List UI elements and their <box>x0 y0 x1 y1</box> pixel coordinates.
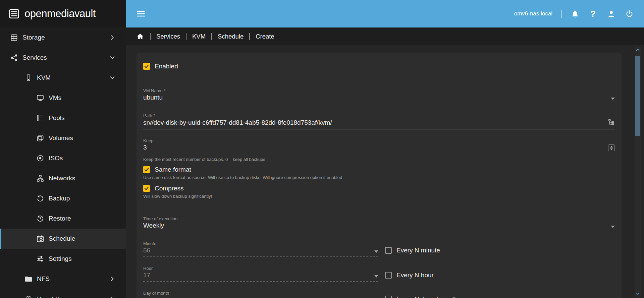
same-format-hint: Use same disk format as source. Will use… <box>143 175 615 180</box>
path-field: Path * srv/dev-disk-by-uuid-c6ffd757-dd8… <box>143 113 615 129</box>
main-content: Enabled VM Name * ubuntu Path * srv/dev-… <box>126 45 644 298</box>
every-n-minute-checkbox[interactable] <box>385 247 392 254</box>
chevron-right-icon <box>109 34 116 41</box>
chevron-right-icon <box>109 295 116 298</box>
hour-select[interactable]: 17 <box>143 272 378 282</box>
tune-icon <box>36 255 44 263</box>
monitor-icon <box>36 94 44 102</box>
path-input[interactable]: srv/dev-disk-by-uuid-c6ffd757-dd81-4ab5-… <box>143 119 615 129</box>
dropdown-caret-icon[interactable] <box>374 250 378 253</box>
hour-row: Hour 17 Every N hour <box>143 266 615 282</box>
help-icon[interactable]: ? <box>588 9 598 18</box>
home-icon[interactable] <box>136 33 144 41</box>
enabled-checkbox[interactable] <box>143 63 150 70</box>
account-circle-icon <box>24 295 33 298</box>
power-icon[interactable] <box>625 9 634 18</box>
same-format-checkbox[interactable] <box>143 166 150 173</box>
minute-label: Minute <box>143 241 378 246</box>
sidebar-item-label: Backup <box>49 195 70 202</box>
sidebar-item-label: Settings <box>49 255 72 262</box>
bell-icon[interactable] <box>570 9 580 18</box>
hour-label: Hour <box>143 266 378 271</box>
sidebar-item-settings[interactable]: Settings <box>0 249 126 269</box>
path-value[interactable]: srv/dev-disk-by-uuid-c6ffd757-dd81-4ab5-… <box>143 119 332 126</box>
sidebar-item-label: Pools <box>49 114 65 122</box>
time-of-execution-field: Time of execution Weekly <box>143 216 615 232</box>
sidebar-item-label: Volumes <box>49 134 73 142</box>
day-of-month-select[interactable]: * <box>143 296 378 298</box>
keep-label: Keep <box>143 138 615 143</box>
keep-input[interactable]: 3 <box>143 144 615 154</box>
app-logo[interactable]: openmediavault <box>0 0 126 27</box>
sidebar-item-services[interactable]: Services <box>0 48 126 68</box>
compress-checkbox[interactable] <box>143 185 150 192</box>
sidebar-nav: Storage Services KVM VMs Pools Volumes <box>0 27 126 298</box>
sidebar-item-pools[interactable]: Pools <box>0 108 126 128</box>
folder-icon <box>24 275 33 283</box>
day-of-month-label: Day of month <box>143 291 378 296</box>
sidebar-item-label: Services <box>22 54 47 61</box>
list-icon <box>36 114 44 122</box>
same-format-label: Same format <box>155 166 191 173</box>
app-title: openmediavault <box>24 8 96 20</box>
breadcrumb-item-services[interactable]: Services <box>156 33 180 40</box>
dropdown-caret-icon[interactable] <box>374 275 378 278</box>
every-n-hour-label: Every N hour <box>396 272 434 279</box>
same-format-row: Same format <box>143 166 615 173</box>
sidebar-item-label: Storage <box>22 34 45 41</box>
sidebar-item-volumes[interactable]: Volumes <box>0 128 126 148</box>
number-spinner-icon[interactable] <box>608 144 615 151</box>
sidebar-item-isos[interactable]: ISOs <box>0 148 126 168</box>
sidebar-item-networks[interactable]: Networks <box>0 168 126 188</box>
sidebar-item-restore[interactable]: Restore <box>0 208 126 229</box>
breadcrumb-item-kvm[interactable]: KVM <box>192 33 206 40</box>
scrollbar-thumb[interactable] <box>635 56 640 136</box>
sidebar-item-storage[interactable]: Storage <box>0 27 126 48</box>
enabled-label: Enabled <box>155 63 178 70</box>
sidebar-item-schedule[interactable]: Schedule <box>0 229 126 249</box>
time-of-execution-select[interactable]: Weekly <box>143 222 615 232</box>
sidebar-item-nfs[interactable]: NFS <box>0 269 126 289</box>
sidebar-item-vms[interactable]: VMs <box>0 88 126 108</box>
vm-name-select[interactable]: ubuntu <box>143 94 615 104</box>
sidebar-item-label: VMs <box>49 94 61 102</box>
restore-arrow-icon <box>36 215 44 223</box>
vm-name-value[interactable]: ubuntu <box>143 94 163 101</box>
sidebar-item-reset-permissions[interactable]: Reset Permissions <box>0 289 126 298</box>
every-n-minute-row: Every N minute <box>385 247 440 254</box>
every-n-hour-row: Every N hour <box>385 272 434 279</box>
day-of-month-field: Day of month * <box>143 291 378 298</box>
user-icon[interactable] <box>606 9 616 18</box>
form-card: Enabled VM Name * ubuntu Path * srv/dev-… <box>137 53 622 298</box>
breadcrumb-item-schedule[interactable]: Schedule <box>218 33 244 40</box>
every-n-day-of-month-checkbox[interactable] <box>385 296 392 298</box>
scroll-down-icon[interactable] <box>635 291 641 297</box>
minute-select[interactable]: 56 <box>143 247 378 257</box>
dropdown-caret-icon[interactable] <box>611 226 615 228</box>
keep-hint: Keep the most recent number of backups. … <box>143 157 615 162</box>
sidebar: openmediavault Storage Services KVM VMs … <box>0 0 126 298</box>
minute-row: Minute 56 Every N minute <box>143 241 615 257</box>
scroll-up-icon[interactable] <box>635 47 641 53</box>
sidebar-item-label: Restore <box>49 215 71 222</box>
vm-name-label: VM Name * <box>143 88 615 93</box>
time-of-execution-value[interactable]: Weekly <box>143 222 164 229</box>
sidebar-item-label: Schedule <box>49 235 75 242</box>
sidebar-item-backup[interactable]: Backup <box>0 188 126 208</box>
volumes-icon <box>36 134 44 142</box>
sidebar-item-label: ISOs <box>49 155 63 162</box>
hour-value: 17 <box>143 272 150 279</box>
compress-hint: Will slow down backup significantly! <box>143 194 615 199</box>
scrollbar[interactable] <box>635 47 641 297</box>
kvm-icon <box>24 74 33 82</box>
sidebar-item-kvm[interactable]: KVM <box>0 68 126 88</box>
hamburger-menu-icon[interactable] <box>136 9 146 18</box>
keep-value[interactable]: 3 <box>143 144 147 151</box>
every-n-hour-checkbox[interactable] <box>385 272 392 279</box>
minute-field: Minute 56 <box>143 241 378 257</box>
storage-icon <box>10 34 18 42</box>
dropdown-caret-icon[interactable] <box>611 98 615 100</box>
disc-icon <box>36 154 44 162</box>
folder-tree-icon[interactable] <box>608 119 615 126</box>
sidebar-item-label: KVM <box>37 74 51 81</box>
